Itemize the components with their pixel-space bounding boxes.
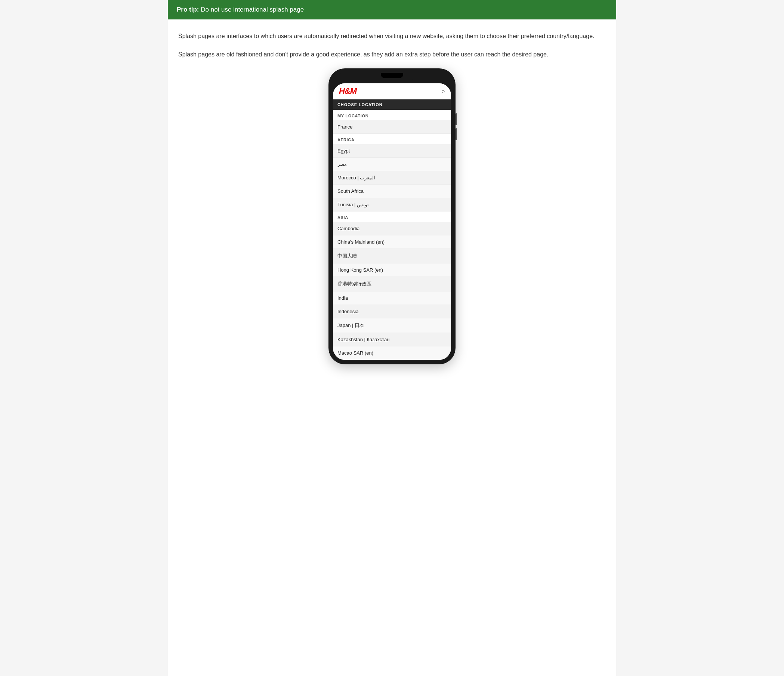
my-location-header: MY LOCATION <box>333 110 451 120</box>
choose-location-bar: CHOOSE LOCATION <box>333 99 451 110</box>
list-item[interactable]: Kazakhstan | Казахстан <box>333 333 451 347</box>
list-item[interactable]: 香港特别行政區 <box>333 277 451 292</box>
africa-header: AFRICA <box>333 134 451 144</box>
list-item[interactable]: Indonesia <box>333 305 451 319</box>
list-item[interactable]: مصر <box>333 158 451 171</box>
list-item[interactable]: Morocco | المغرب <box>333 171 451 185</box>
phone-notch-inner <box>381 73 403 78</box>
pro-tip-label: Pro tip: <box>177 6 199 13</box>
phone-frame: H&M ⌕ CHOOSE LOCATION MY LOCATION France <box>328 68 456 364</box>
side-button-volume <box>456 113 457 125</box>
asia-header: ASIA <box>333 211 451 222</box>
list-item[interactable]: South Africa <box>333 185 451 198</box>
page-wrapper: Pro tip: Do not use international splash… <box>168 0 616 676</box>
phone-notch <box>370 73 414 80</box>
list-item[interactable]: India <box>333 292 451 305</box>
search-icon: ⌕ <box>441 88 445 95</box>
phone-notch-bar <box>333 73 451 83</box>
list-item[interactable]: Japan | 日本 <box>333 319 451 333</box>
location-list: MY LOCATION France AFRICA Egypt مصر Moro… <box>333 110 451 360</box>
list-item[interactable]: Macao SAR (en) <box>333 347 451 360</box>
side-buttons <box>456 113 457 140</box>
list-item[interactable]: 中国大陆 <box>333 249 451 263</box>
my-location-section: MY LOCATION France <box>333 110 451 134</box>
hm-logo: H&M <box>339 86 356 96</box>
content-area: Splash pages are interfaces to which use… <box>168 19 616 376</box>
phone-screen: H&M ⌕ CHOOSE LOCATION MY LOCATION France <box>333 83 451 360</box>
pro-tip-text: Do not use international splash page <box>199 6 304 13</box>
list-item[interactable]: Hong Kong SAR (en) <box>333 263 451 277</box>
pro-tip-banner: Pro tip: Do not use international splash… <box>168 0 616 19</box>
asia-section: ASIA Cambodia China's Mainland (en) 中国大陆… <box>333 211 451 360</box>
list-item[interactable]: Cambodia <box>333 222 451 235</box>
side-button-power <box>456 128 457 140</box>
description-para-2: Splash pages are old fashioned and don't… <box>178 50 606 59</box>
list-item[interactable]: Egypt <box>333 144 451 158</box>
description-para-1: Splash pages are interfaces to which use… <box>178 31 606 41</box>
list-item[interactable]: China's Mainland (en) <box>333 235 451 249</box>
app-header: H&M ⌕ <box>333 83 451 99</box>
list-item[interactable]: Tunisia | تونس <box>333 198 451 211</box>
africa-section: AFRICA Egypt مصر Morocco | المغرب South … <box>333 134 451 211</box>
choose-location-label: CHOOSE LOCATION <box>338 103 383 107</box>
list-item[interactable]: France <box>333 120 451 134</box>
phone-container: H&M ⌕ CHOOSE LOCATION MY LOCATION France <box>178 68 606 364</box>
